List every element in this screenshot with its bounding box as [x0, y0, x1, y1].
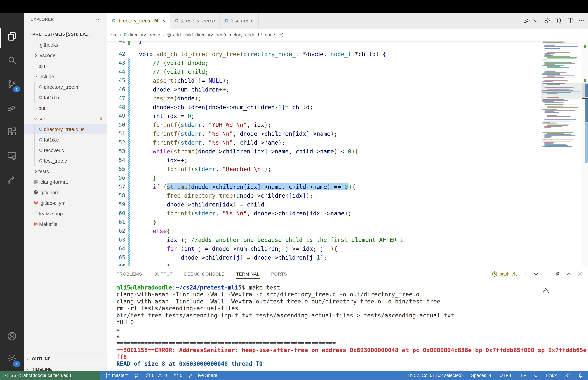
- editor-action-more-actions[interactable]: ⋯: [578, 17, 585, 24]
- account-icon[interactable]: [0, 325, 24, 347]
- cursor-position[interactable]: Ln 57, Col 61 (52 selected): [408, 373, 463, 378]
- problems-indicator[interactable]: 00: [145, 373, 167, 378]
- settings-icon[interactable]: 1: [0, 348, 24, 369]
- language-mode[interactable]: C: [534, 373, 538, 378]
- feedback-icon[interactable]: [565, 373, 570, 378]
- breadcrumb-item[interactable]: add_child_directory_tree(directory_node_…: [173, 32, 283, 37]
- code-line[interactable]: 59 dnode->children[idx] = child;: [107, 200, 541, 209]
- remote-explorer-icon[interactable]: [0, 145, 24, 166]
- explorer-item--gitlab-ci-yml[interactable]: .gitlab-ci.yml: [24, 198, 107, 208]
- panel-tab-problems[interactable]: PROBLEMS: [116, 266, 142, 281]
- source-control-icon[interactable]: 1: [0, 74, 24, 95]
- outline-section[interactable]: › OUTLINE: [24, 353, 107, 364]
- sync-changes[interactable]: [134, 373, 139, 378]
- code-line[interactable]: 58 free_directory_tree(dnode->children[i…: [107, 191, 541, 200]
- close-panel-button[interactable]: [577, 271, 583, 277]
- extensions-icon[interactable]: [0, 121, 24, 142]
- minimap[interactable]: [541, 41, 582, 266]
- explorer-item-recover-c[interactable]: Crecover.c: [24, 145, 107, 155]
- explorer-item-include[interactable]: include: [24, 71, 107, 82]
- timeline-section[interactable]: › TIMELINE: [24, 364, 107, 371]
- code-line[interactable]: 53 while(strcmp(dnode->children[idx]->na…: [107, 147, 541, 156]
- new-terminal-button[interactable]: [522, 271, 528, 277]
- overview-ruler[interactable]: [582, 41, 588, 266]
- code-line[interactable]: 65 dnode->children[j] = dnode->children[…: [107, 253, 541, 262]
- code-line[interactable]: 46 dnode->num_children++;: [107, 85, 541, 94]
- code-line[interactable]: 47 resize(dnode);: [107, 94, 541, 103]
- code-line[interactable]: 62 else{: [107, 227, 541, 235]
- search-icon[interactable]: [0, 50, 24, 71]
- code-line[interactable]: 41}: [107, 41, 541, 45]
- kill-terminal-button[interactable]: [555, 271, 561, 277]
- code-editor[interactable]: 41}42void add_child_directory_tree(direc…: [107, 41, 541, 266]
- explorer-item-pretest-mli5-ssh-la-[interactable]: PRETEST-MLI5 [SSH: LA...: [24, 29, 107, 39]
- explorer-item-bin[interactable]: bin: [24, 60, 107, 71]
- terminal-warning-icon[interactable]: [542, 287, 550, 294]
- panel-tab-output[interactable]: OUTPUT: [154, 266, 173, 281]
- code-line[interactable]: 52 fprintf(stderr, "%s \n", child->name)…: [107, 138, 541, 147]
- live-share-icon[interactable]: [0, 169, 24, 190]
- explorer-more-actions-icon[interactable]: ⋯: [96, 16, 101, 22]
- explorer-item-directory-tree-c[interactable]: Cdirectory_tree.cM: [24, 124, 107, 134]
- forwarded-ports[interactable]: 0: [173, 373, 182, 378]
- explorer-item--vscode[interactable]: .vscode: [24, 50, 107, 60]
- explorer-item-out[interactable]: out: [24, 103, 107, 113]
- tab-directory-tree-h[interactable]: Cdirectory_tree.h: [170, 13, 220, 29]
- explorer-item-leaks-supp[interactable]: leaks.supp: [24, 208, 107, 219]
- code-line[interactable]: 57 if (strcmp(dnode->children[idx]->name…: [107, 182, 541, 191]
- explorer-item--gitignore[interactable]: .gitignore: [24, 187, 107, 198]
- code-line[interactable]: 49 int idx = 0;: [107, 112, 541, 120]
- terminal-dropdown-chevron[interactable]: [533, 271, 539, 277]
- code-line[interactable]: 55 fprintf(stderr, "Reached \n");: [107, 165, 541, 173]
- terminal-shell-selector[interactable]: bash: [492, 271, 517, 277]
- code-line[interactable]: 56 }: [107, 173, 541, 182]
- panel-tab-debug-console[interactable]: DEBUG CONSOLE: [184, 266, 225, 281]
- breadcrumb-item[interactable]: directory_tree.c: [128, 32, 160, 37]
- code-line[interactable]: 63 idx++; //adds another one because chi…: [107, 235, 541, 244]
- explorer-item-directory-tree-h[interactable]: Cdirectory_tree.h: [24, 82, 107, 92]
- git-branch[interactable]: master*: [105, 373, 128, 378]
- editor-action-split-editor[interactable]: [567, 17, 574, 24]
- panel-tab-ports[interactable]: PORTS: [271, 266, 287, 281]
- minimap-slider[interactable]: [541, 83, 588, 99]
- code-line[interactable]: 43 // (void) dnode;: [107, 58, 541, 67]
- explorer-item-fat16-c[interactable]: Cfat16.c: [24, 134, 107, 145]
- remote-indicator[interactable]: ><SSH: labradoodle.caltech.edu: [0, 371, 100, 380]
- code-line[interactable]: 54 idx++;: [107, 156, 541, 165]
- code-line[interactable]: 51 fprintf(stderr, "%s \n", dnode->child…: [107, 129, 541, 138]
- code-line[interactable]: 45 assert(child != NULL);: [107, 76, 541, 85]
- explorer-icon[interactable]: [0, 26, 24, 47]
- explorer-item-src[interactable]: src: [24, 113, 107, 124]
- code-line[interactable]: 44 // (void) child;: [107, 67, 541, 76]
- tab-directory-tree-c[interactable]: Cdirectory_tree.cM×: [107, 13, 170, 29]
- explorer-item-tests[interactable]: tests: [24, 166, 107, 177]
- code-line[interactable]: 50 fprintf(stderr, "YUH %d \n", idx);: [107, 120, 541, 129]
- explorer-item--clang-format[interactable]: .clang-format: [24, 177, 107, 187]
- maximize-panel-button[interactable]: [566, 271, 572, 277]
- remote-os[interactable]: Linux: [546, 373, 557, 378]
- code-line[interactable]: 61 }: [107, 218, 541, 227]
- explorer-item-fat16-h[interactable]: Cfat16.h: [24, 92, 107, 103]
- code-line[interactable]: 64 for (int j = dnode->num_children; j >…: [107, 244, 541, 253]
- breadcrumb-item[interactable]: src: [111, 32, 117, 37]
- code-line[interactable]: 48 dnode->children[dnode->num_children-1…: [107, 103, 541, 112]
- breadcrumb[interactable]: src›Cdirectory_tree.c›add_child_director…: [107, 29, 588, 41]
- close-icon[interactable]: ×: [162, 18, 165, 23]
- split-terminal-button[interactable]: [544, 271, 550, 277]
- explorer-item-test-tree-c[interactable]: Ctest_tree.c: [24, 155, 107, 166]
- editor-action-run-or-debug[interactable]: [523, 17, 531, 24]
- editor-action-settings-gear[interactable]: [544, 17, 551, 24]
- panel-tab-terminal[interactable]: TERMINAL: [236, 266, 260, 281]
- eol-sequence[interactable]: LF: [521, 373, 526, 378]
- explorer-item--githooks[interactable]: .githooks: [24, 39, 107, 50]
- live-share-button[interactable]: Live Share: [189, 373, 217, 378]
- editor-action-dropdown-chevron[interactable]: [532, 17, 539, 24]
- code-line[interactable]: 42void add_child_directory_tree(director…: [107, 50, 541, 58]
- encoding[interactable]: UTF-8: [499, 373, 513, 378]
- run-and-debug-icon[interactable]: [0, 97, 24, 118]
- tab-test-tree-c[interactable]: Ctest_tree.c: [220, 13, 258, 29]
- explorer-item-makefile[interactable]: MMakefile: [24, 219, 107, 229]
- code-line[interactable]: 66 }: [107, 262, 541, 266]
- editor-action-compare-changes[interactable]: [555, 17, 563, 24]
- notifications-bell-icon[interactable]: [578, 373, 583, 378]
